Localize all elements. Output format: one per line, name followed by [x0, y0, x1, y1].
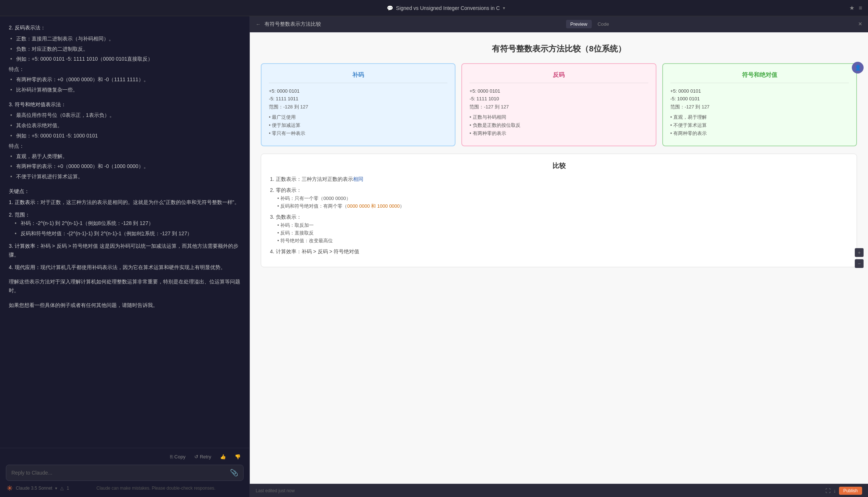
cta-section: 如果您想看一些具体的例子或者有任何其他问题，请随时告诉我。 — [9, 301, 241, 310]
retry-label: Retry — [200, 454, 211, 460]
sign-example: 例如：+5: 0000 0101 -5: 1000 0101 — [16, 132, 241, 140]
ones-feature-1: 有两种零的表示：+0（0000 0000）和 -0（1111 1111）。 — [16, 75, 241, 84]
card-sign-range: 范围：-127 到 127 — [670, 104, 849, 110]
user-avatar: 👤 — [852, 62, 864, 74]
card-sign-negative: -5: 1000 0101 — [670, 96, 849, 101]
tab-code[interactable]: Code — [593, 20, 613, 28]
card-sign-feature-1: 直观，易于理解 — [670, 114, 849, 121]
expand-button[interactable]: ⛶ — [825, 488, 831, 494]
copy-label: Copy — [174, 454, 186, 460]
card-sign-header: 符号和绝对值 — [670, 71, 849, 83]
ones-positive: 正数：直接用二进制表示（与补码相同）。 — [16, 35, 241, 43]
publish-button[interactable]: Publish — [839, 487, 862, 495]
card-complement-feature-1: 最广泛使用 — [269, 114, 447, 121]
model-label: Claude 3.5 Sonnet — [16, 486, 52, 491]
cs1-title: 1. 正数表示：三种方法对正数的表示相同 — [270, 176, 848, 183]
key-point-1: 正数表示：对于正数，这三种方法的表示是相同的。这就是为什么"正数的位串和无符号整… — [9, 198, 241, 207]
thumbs-up-button[interactable]: 👍 — [217, 453, 229, 461]
range-list: 补码：-2^(n-1) 到 2^(n-1)-1（例如8位系统：-128 到 12… — [9, 219, 241, 238]
last-edited-text: Last edited just now — [256, 488, 295, 493]
cs3-title: 3. 负数表示： — [270, 214, 848, 221]
sign-feature-3: 不便于计算机进行算术运算。 — [16, 172, 241, 181]
ones-feature-2: 比补码计算稍微复杂一些。 — [16, 86, 241, 94]
top-header: 💬 Signed vs Unsigned Integer Conversions… — [0, 0, 868, 16]
cs3-item-1: 补码：取反加一 — [270, 222, 848, 229]
retry-button[interactable]: ↺ Retry — [191, 453, 214, 461]
copy-button[interactable]: ⎘ Copy — [167, 453, 188, 461]
sign-features-label: 特点： — [9, 142, 241, 151]
chevron-down-icon: ▾ — [503, 6, 505, 11]
ones-complement-list: 正数：直接用二进制表示（与补码相同）。 负数：对应正数的二进制取反。 例如：+5… — [9, 35, 241, 64]
card-sign-feature-3: 有两种零的表示 — [670, 130, 849, 137]
chat-content: 2. 反码表示法： 正数：直接用二进制表示（与补码相同）。 负数：对应正数的二进… — [0, 16, 249, 448]
preview-scroll-area: 有符号整数表示方法比较（8位系统） 补码 +5: 0000 0101 -5: 1… — [250, 32, 868, 484]
preview-panel: ← 有符号整数表示方法比较 Preview Code × 有符号整数表示方法比较… — [250, 16, 868, 497]
conclusion-text: 理解这些表示方法对于深入理解计算机如何处理整数运算非常重要，特别是在处理溢出、位… — [9, 278, 241, 295]
close-button[interactable]: × — [858, 20, 862, 28]
sign-feature-1: 直观，易于人类理解。 — [16, 152, 241, 161]
download-button[interactable]: ↓ — [833, 488, 836, 494]
key-points-section: 关键点： 正数表示：对于正数，这三种方法的表示是相同的。这就是为什么"正数的位串… — [9, 187, 241, 272]
comparison-section-1: 1. 正数表示：三种方法对正数的表示相同 — [270, 176, 848, 183]
menu-button[interactable]: ≡ — [859, 5, 862, 11]
tab-preview[interactable]: Preview — [566, 20, 592, 28]
header-title: Signed vs Unsigned Integer Conversions i… — [396, 5, 500, 11]
card-complement-features: 最广泛使用 便于加减运算 零只有一种表示 — [269, 114, 447, 137]
preview-header: ← 有符号整数表示方法比较 Preview Code × — [250, 16, 868, 32]
retry-icon: ↺ — [194, 454, 198, 460]
comparison-section-2: 2. 零的表示： 补码：只有一个零（0000 0000） 反码和符号绝对值：有两… — [270, 187, 848, 210]
key-points-label: 关键点： — [9, 187, 241, 196]
key-point-3: 计算效率：补码 > 反码 > 符号绝对值 这是因为补码可以统一加减法运算，而其他… — [9, 242, 241, 260]
action-bar: ⎘ Copy ↺ Retry 👍 👎 — [6, 453, 244, 461]
token-icon: △ — [60, 486, 64, 491]
disclaimer: Claude can make mistakes. Please double-… — [69, 486, 243, 491]
cs4-title: 4. 计算效率：补码 > 反码 > 符号绝对值 — [270, 248, 848, 255]
card-ones-feature-2: 负数是正数的按位取反 — [469, 122, 648, 129]
cs2-highlight: 0000 0000 和 1000 0000 — [347, 203, 400, 209]
comparison-section-4: 4. 计算效率：补码 > 反码 > 符号绝对值 — [270, 248, 848, 255]
conclusion-section: 理解这些表示方法对于深入理解计算机如何处理整数运算非常重要，特别是在处理溢出、位… — [9, 278, 241, 295]
card-complement-feature-2: 便于加减运算 — [269, 122, 447, 129]
footer-right-actions: ⛶ ↓ Publish — [825, 487, 862, 495]
chat-footer: ✳ Claude 3.5 Sonnet ▾ △ 1 Claude can mak… — [6, 484, 244, 493]
sign-positive: 最高位用作符号位（0表示正，1表示负）。 — [16, 111, 241, 120]
header-actions: ★ ≡ — [849, 4, 862, 11]
preview-panel-title: 有符号整数表示方法比较 — [264, 21, 321, 28]
card-complement-range: 范围：-128 到 127 — [269, 104, 447, 110]
kp4-title: 现代应用： — [15, 264, 40, 270]
artifact-title: 有符号整数表示方法比较（8位系统） — [261, 43, 857, 54]
header-title-area: 💬 Signed vs Unsigned Integer Conversions… — [387, 5, 505, 11]
key-point-2: 范围： 补码：-2^(n-1) 到 2^(n-1)-1（例如8位系统：-128 … — [9, 211, 241, 238]
card-sign-features: 直观，易于理解 不便于算术运算 有两种零的表示 — [670, 114, 849, 137]
star-button[interactable]: ★ — [849, 4, 854, 11]
section-2-title: 2. 反码表示法： — [9, 24, 241, 32]
card-sign-feature-2: 不便于算术运算 — [670, 122, 849, 129]
cs2-item-1: 补码：只有一个零（0000 0000） — [270, 195, 848, 202]
sign-magnitude-section: 3. 符号和绝对值表示法： 最高位用作符号位（0表示正，1表示负）。 其余位表示… — [9, 100, 241, 181]
preview-footer: Last edited just now ⛶ ↓ Publish — [250, 484, 868, 497]
cs3-item-3: 符号绝对值：改变最高位 — [270, 237, 848, 244]
ones-complement-section: 2. 反码表示法： 正数：直接用二进制表示（与补码相同）。 负数：对应正数的二进… — [9, 24, 241, 94]
reply-placeholder: Reply to Claude... — [11, 470, 52, 476]
reply-input-area[interactable]: Reply to Claude... 📎 — [6, 465, 244, 481]
attach-button[interactable]: 📎 — [230, 469, 238, 477]
ones-features-list: 有两种零的表示：+0（0000 0000）和 -0（1111 1111）。 比补… — [9, 75, 241, 94]
copy-icon: ⎘ — [170, 454, 173, 460]
card-ones-range: 范围：-127 到 127 — [469, 104, 648, 110]
card-complement-header: 补码 — [269, 71, 447, 83]
card-sign: 符号和绝对值 +5: 0000 0101 -5: 1000 0101 范围：-1… — [662, 63, 857, 146]
back-button[interactable]: ← — [256, 21, 261, 27]
kp2-title: 范围： — [15, 212, 30, 218]
card-ones: 反码 +5: 0000 0101 -5: 1111 1010 范围：-127 到… — [461, 63, 656, 146]
comparison-grid: 补码 +5: 0000 0101 -5: 1111 1011 范围：-128 到… — [261, 63, 857, 146]
ones-features-label: 特点： — [9, 65, 241, 74]
model-info: ✳ Claude 3.5 Sonnet ▾ △ 1 — [7, 484, 69, 493]
zoom-out-button[interactable]: − — [855, 259, 864, 268]
zoom-in-button[interactable]: + — [855, 248, 864, 257]
preview-wrapper: 有符号整数表示方法比较（8位系统） 补码 +5: 0000 0101 -5: 1… — [250, 32, 868, 484]
thumbs-down-button[interactable]: 👎 — [232, 453, 244, 461]
key-point-4: 现代应用：现代计算机几乎都使用补码表示法，因为它在算术运算和硬件实现上有明显优势… — [9, 263, 241, 272]
cs3-item-2: 反码：直接取反 — [270, 230, 848, 236]
thumbs-down-icon: 👎 — [235, 454, 241, 460]
preview-tabs: Preview Code — [566, 20, 613, 28]
